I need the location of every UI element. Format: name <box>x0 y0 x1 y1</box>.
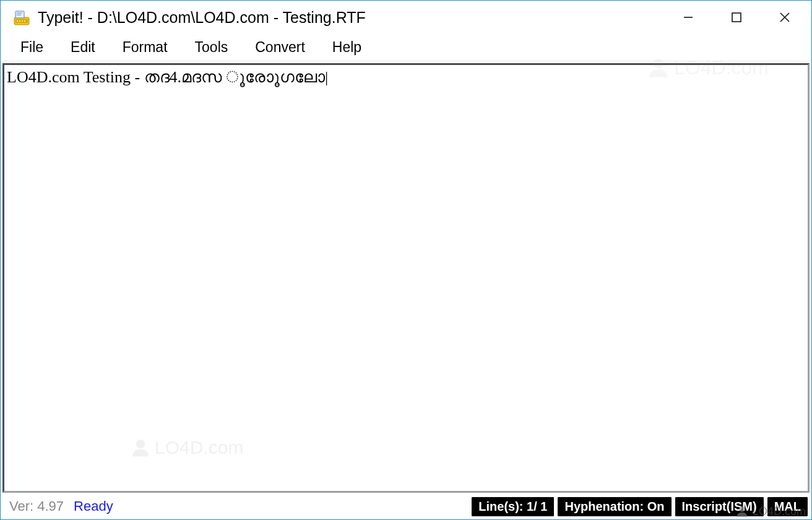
app-icon <box>12 7 32 27</box>
menu-format[interactable]: Format <box>109 37 181 58</box>
person-icon <box>647 56 670 79</box>
maximize-button[interactable] <box>712 1 761 34</box>
svg-point-14 <box>136 440 145 448</box>
editor-area[interactable]: LO4D.com Testing - തദ4.മദസ ൂരോൂഗലോ <box>2 63 810 493</box>
svg-point-15 <box>654 59 663 69</box>
version-label: Ver: 4.97 <box>9 498 64 514</box>
menu-edit[interactable]: Edit <box>57 37 109 58</box>
status-hyphenation[interactable]: Hyphenation: On <box>558 497 671 516</box>
menu-tools[interactable]: Tools <box>181 37 242 58</box>
editor-container: LO4D.com Testing - തദ4.മദസ ൂരോൂഗലോ <box>1 61 811 493</box>
svg-point-5 <box>17 20 18 22</box>
minimize-button[interactable] <box>664 1 712 34</box>
person-icon <box>130 437 151 458</box>
menu-convert[interactable]: Convert <box>241 37 319 58</box>
watermark-text: LO4D.com <box>753 505 806 518</box>
watermark-text: LO4D.com <box>155 437 243 458</box>
close-button[interactable] <box>761 1 809 34</box>
status-state: Ready <box>74 498 113 514</box>
watermark-middle: LO4D.com <box>130 437 243 458</box>
svg-point-13 <box>739 506 745 512</box>
svg-point-7 <box>22 20 23 22</box>
titlebar: Typeit! - D:\LO4D.com\LO4D.com - Testing… <box>1 1 811 34</box>
status-left: Ver: 4.97 Ready <box>4 498 468 514</box>
statusbar: Ver: 4.97 Ready Line(s): 1/ 1 Hyphenatio… <box>1 493 811 519</box>
status-lines: Line(s): 1/ 1 <box>472 497 554 516</box>
menu-help[interactable]: Help <box>319 37 375 58</box>
svg-rect-10 <box>732 13 741 22</box>
window-title: Typeit! - D:\LO4D.com\LO4D.com - Testing… <box>38 9 664 27</box>
watermark-top: LO4D.com <box>647 56 769 79</box>
svg-point-8 <box>24 20 25 22</box>
watermark-text: LO4D.com <box>674 56 769 79</box>
menu-file[interactable]: File <box>7 37 57 58</box>
window-controls <box>664 1 809 34</box>
watermark-bottom: LO4D.com <box>735 505 806 518</box>
svg-point-6 <box>19 20 20 22</box>
person-icon <box>735 505 749 518</box>
